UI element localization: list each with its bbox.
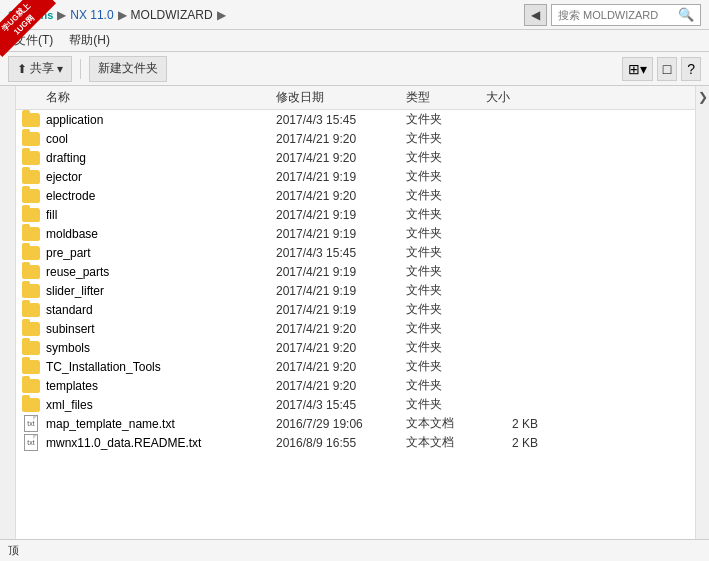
file-size: 2 KB (486, 436, 546, 450)
file-type: 文件夹 (406, 244, 486, 261)
back-button[interactable]: ◀ (524, 4, 547, 26)
folder-icon (16, 189, 46, 203)
folder-icon (16, 227, 46, 241)
file-date: 2017/4/3 15:45 (276, 398, 406, 412)
file-name: standard (46, 303, 276, 317)
help-button[interactable]: ? (681, 57, 701, 81)
table-row[interactable]: txtmap_template_name.txt2016/7/29 19:06文… (16, 414, 695, 433)
file-type: 文件夹 (406, 320, 486, 337)
file-date: 2017/4/21 9:20 (276, 341, 406, 355)
share-dropdown-icon: ▾ (57, 62, 63, 76)
view-details-button[interactable]: ⊞▾ (622, 57, 653, 81)
toolbar: ⬆ 共享 ▾ 新建文件夹 ⊞▾ □ ? (0, 52, 709, 86)
search-input[interactable] (558, 9, 678, 21)
table-row[interactable]: slider_lifter2017/4/21 9:19文件夹 (16, 281, 695, 300)
file-name: fill (46, 208, 276, 222)
folder-icon (16, 113, 46, 127)
breadcrumb-sep-2: ▶ (118, 8, 127, 22)
title-bar: Siemens ▶ NX 11.0 ▶ MOLDWIZARD ▶ ◀ 🔍 (0, 0, 709, 30)
folder-icon (16, 208, 46, 222)
file-name: pre_part (46, 246, 276, 260)
folder-icon (16, 303, 46, 317)
col-header-size[interactable]: 大小 (486, 89, 546, 106)
folder-icon (16, 379, 46, 393)
file-list-container[interactable]: 名称 修改日期 类型 大小 application2017/4/3 15:45文… (16, 86, 695, 539)
file-name: electrode (46, 189, 276, 203)
breadcrumb: Siemens ▶ NX 11.0 ▶ MOLDWIZARD ▶ (8, 8, 520, 22)
right-panel-handle: ❯ (695, 86, 709, 539)
table-row[interactable]: ejector2017/4/21 9:19文件夹 (16, 167, 695, 186)
search-icon[interactable]: 🔍 (678, 7, 694, 22)
new-folder-button[interactable]: 新建文件夹 (89, 56, 167, 82)
table-row[interactable]: application2017/4/3 15:45文件夹 (16, 110, 695, 129)
table-row[interactable]: fill2017/4/21 9:19文件夹 (16, 205, 695, 224)
menu-help[interactable]: 帮助(H) (63, 31, 116, 50)
table-row[interactable]: symbols2017/4/21 9:20文件夹 (16, 338, 695, 357)
breadcrumb-nx[interactable]: NX 11.0 (70, 8, 113, 22)
folder-icon (16, 151, 46, 165)
file-name: ejector (46, 170, 276, 184)
folder-icon (16, 170, 46, 184)
file-date: 2017/4/3 15:45 (276, 246, 406, 260)
file-type: 文件夹 (406, 225, 486, 242)
file-size: 2 KB (486, 417, 546, 431)
file-icon: txt (16, 434, 46, 451)
file-name: drafting (46, 151, 276, 165)
file-name: moldbase (46, 227, 276, 241)
col-header-type[interactable]: 类型 (406, 89, 486, 106)
status-bar: 顶 (0, 539, 709, 561)
table-row[interactable]: TC_Installation_Tools2017/4/21 9:20文件夹 (16, 357, 695, 376)
main-content: 名称 修改日期 类型 大小 application2017/4/3 15:45文… (0, 86, 709, 539)
file-date: 2017/4/21 9:19 (276, 303, 406, 317)
table-row[interactable]: standard2017/4/21 9:19文件夹 (16, 300, 695, 319)
file-name: reuse_parts (46, 265, 276, 279)
table-row[interactable]: cool2017/4/21 9:20文件夹 (16, 129, 695, 148)
breadcrumb-sep-1: ▶ (57, 8, 66, 22)
file-date: 2016/7/29 19:06 (276, 417, 406, 431)
table-row[interactable]: txtmwnx11.0_data.README.txt2016/8/9 16:5… (16, 433, 695, 452)
share-icon: ⬆ (17, 62, 27, 76)
file-type: 文件夹 (406, 282, 486, 299)
status-text: 顶 (8, 543, 19, 558)
table-row[interactable]: drafting2017/4/21 9:20文件夹 (16, 148, 695, 167)
folder-icon (16, 360, 46, 374)
file-type: 文件夹 (406, 168, 486, 185)
left-sidebar (0, 86, 16, 539)
folder-icon (16, 265, 46, 279)
file-name: TC_Installation_Tools (46, 360, 276, 374)
view-preview-button[interactable]: □ (657, 57, 677, 81)
table-row[interactable]: pre_part2017/4/3 15:45文件夹 (16, 243, 695, 262)
file-date: 2017/4/3 15:45 (276, 113, 406, 127)
file-date: 2017/4/21 9:19 (276, 227, 406, 241)
file-type: 文件夹 (406, 187, 486, 204)
search-box: 🔍 (551, 4, 701, 26)
table-row[interactable]: templates2017/4/21 9:20文件夹 (16, 376, 695, 395)
file-date: 2017/4/21 9:19 (276, 284, 406, 298)
file-icon: txt (16, 415, 46, 432)
folder-icon (16, 398, 46, 412)
file-date: 2017/4/21 9:20 (276, 189, 406, 203)
table-row[interactable]: xml_files2017/4/3 15:45文件夹 (16, 395, 695, 414)
file-date: 2017/4/21 9:20 (276, 132, 406, 146)
file-name: cool (46, 132, 276, 146)
column-headers: 名称 修改日期 类型 大小 (16, 86, 695, 110)
table-row[interactable]: electrode2017/4/21 9:20文件夹 (16, 186, 695, 205)
table-row[interactable]: subinsert2017/4/21 9:20文件夹 (16, 319, 695, 338)
right-arrow-icon[interactable]: ❯ (698, 90, 708, 104)
share-button[interactable]: ⬆ 共享 ▾ (8, 56, 72, 82)
file-date: 2017/4/21 9:20 (276, 360, 406, 374)
file-type: 文本文档 (406, 434, 486, 451)
menu-file[interactable]: 文件(T) (8, 31, 59, 50)
file-type: 文件夹 (406, 377, 486, 394)
folder-icon (16, 322, 46, 336)
new-folder-label: 新建文件夹 (98, 60, 158, 77)
col-header-date[interactable]: 修改日期 (276, 89, 406, 106)
table-row[interactable]: moldbase2017/4/21 9:19文件夹 (16, 224, 695, 243)
table-row[interactable]: reuse_parts2017/4/21 9:19文件夹 (16, 262, 695, 281)
toolbar-separator (80, 59, 81, 79)
file-type: 文件夹 (406, 301, 486, 318)
file-type: 文件夹 (406, 206, 486, 223)
folder-icon (16, 132, 46, 146)
toolbar-right: ⊞▾ □ ? (622, 57, 701, 81)
col-header-name[interactable]: 名称 (16, 89, 276, 106)
